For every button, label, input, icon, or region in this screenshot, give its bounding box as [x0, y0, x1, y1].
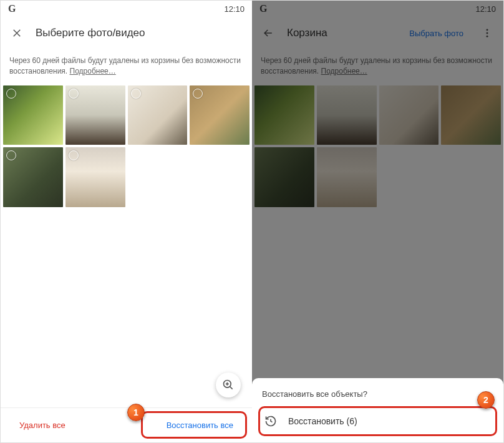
delete-all-button[interactable]: Удалить все [12, 414, 73, 436]
photo-thumb[interactable] [254, 147, 314, 207]
svg-point-2 [487, 32, 488, 34]
back-icon[interactable] [261, 26, 276, 41]
restore-label: Восстановить (6) [288, 416, 357, 426]
photo-thumb[interactable] [3, 85, 63, 145]
photo-thumb[interactable] [254, 85, 314, 145]
clock: 12:10 [475, 4, 496, 14]
bottom-sheet: Восстановить все объекты? Восстановить (… [252, 378, 503, 442]
select-circle-icon[interactable] [69, 89, 79, 99]
banner-text: Через 60 дней файлы будут удалены из кор… [9, 56, 241, 75]
callout-number: 2 [477, 391, 495, 409]
google-logo: G [8, 3, 16, 14]
select-circle-icon[interactable] [6, 89, 16, 99]
status-bar: G 12:10 [1, 1, 252, 17]
photo-thumb[interactable] [379, 85, 439, 145]
photo-thumb[interactable] [317, 85, 377, 145]
app-bar: Выберите фото/видео [1, 17, 252, 49]
photo-thumb[interactable] [65, 147, 125, 207]
status-bar: G 12:10 [252, 1, 503, 17]
app-bar: Корзина Выбрать фото [252, 17, 503, 49]
restore-all-button[interactable]: Восстановить все [159, 414, 241, 436]
restore-history-icon [264, 415, 277, 427]
learn-more-link[interactable]: Подробнее… [321, 67, 367, 75]
google-logo: G [259, 3, 267, 14]
svg-point-3 [487, 36, 488, 37]
select-circle-icon[interactable] [131, 89, 141, 99]
zoom-in-button[interactable] [216, 372, 241, 397]
phone-left: G 12:10 Выберите фото/видео Через 60 дне… [1, 1, 252, 442]
photo-thumb[interactable] [190, 85, 250, 145]
photo-thumb[interactable] [317, 147, 377, 207]
photo-thumb[interactable] [128, 85, 188, 145]
sheet-title: Восстановить все объекты? [262, 389, 493, 399]
select-circle-icon[interactable] [193, 89, 203, 99]
bottom-bar: Удалить все Восстановить все 1 [1, 407, 252, 442]
more-icon[interactable] [480, 26, 495, 41]
page-title: Выберите фото/видео [36, 27, 243, 39]
phone-right: G 12:10 Корзина Выбрать фото Через 60 дн… [252, 1, 503, 442]
close-icon[interactable] [9, 26, 24, 41]
info-banner: Через 60 дней файлы будут удалены из кор… [252, 49, 503, 85]
select-circle-icon[interactable] [69, 150, 79, 160]
select-circle-icon[interactable] [6, 150, 16, 160]
restore-button[interactable]: Восстановить (6) 2 [262, 409, 493, 434]
clock: 12:10 [224, 4, 245, 14]
photo-grid [252, 85, 503, 208]
photo-thumb[interactable] [65, 85, 125, 145]
svg-point-1 [487, 29, 488, 31]
info-banner: Через 60 дней файлы будут удалены из кор… [1, 49, 252, 85]
photo-thumb[interactable] [3, 147, 63, 207]
learn-more-link[interactable]: Подробнее… [70, 67, 116, 75]
photo-thumb[interactable] [441, 85, 501, 145]
select-photo-button[interactable]: Выбрать фото [409, 29, 463, 38]
callout-number: 1 [127, 404, 145, 421]
page-title: Корзина [287, 27, 398, 39]
banner-text: Через 60 дней файлы будут удалены из кор… [261, 56, 492, 75]
photo-grid [1, 85, 252, 208]
